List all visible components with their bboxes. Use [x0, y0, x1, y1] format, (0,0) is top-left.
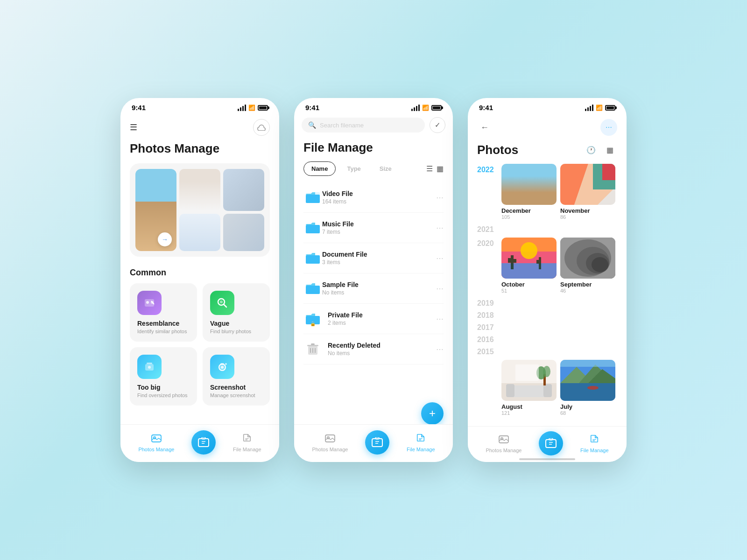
nav-photos-label-3: Photos Manage [486, 448, 521, 453]
clock-view-button[interactable]: 🕐 [584, 142, 599, 157]
svg-rect-56 [508, 385, 550, 397]
status-bar-2: 9:41 📶 [294, 98, 453, 115]
common-item-screenshot[interactable]: Screenshot Manage screenshot [203, 347, 270, 406]
list-view-button[interactable]: ☰ [426, 164, 433, 173]
svg-rect-39 [602, 164, 615, 180]
status-time-1: 9:41 [132, 104, 146, 112]
music-file-name: Music File [322, 220, 436, 228]
august-label: August [501, 403, 557, 410]
document-more-button[interactable]: ⋯ [436, 254, 444, 263]
months-2020: October 51 September 46 [501, 238, 615, 294]
svg-rect-44 [508, 258, 511, 263]
check-button[interactable]: ✓ [430, 117, 445, 133]
page-title-1: Photos Manage [120, 141, 279, 163]
year-2018-section: 2018 [477, 311, 617, 320]
file-item-document[interactable]: Document File 3 items ⋯ [303, 243, 444, 273]
nav-photos-manage-1[interactable]: Photos Manage [138, 433, 174, 452]
september-bw-svg [560, 238, 615, 279]
file-item-deleted[interactable]: Recently Deleted No items ⋯ [303, 334, 444, 364]
main-photo-thumb[interactable]: → [135, 169, 176, 251]
year-2020-section: 2020 [477, 238, 617, 294]
search-bar: 🔍 Search filename ✓ [302, 117, 445, 133]
menu-icon[interactable]: ☰ [130, 122, 137, 133]
add-button[interactable]: + [421, 402, 444, 425]
nav-file-manage-1[interactable]: File Manage [233, 433, 261, 452]
nav-center-button-3[interactable] [539, 431, 563, 455]
august-count: 121 [501, 410, 557, 416]
svg-rect-69 [560, 360, 615, 367]
december-thumb [501, 164, 557, 205]
music-more-button[interactable]: ⋯ [436, 224, 444, 232]
battery-icon-2 [431, 105, 442, 111]
resemblance-svg [143, 296, 156, 309]
file-item-video[interactable]: Video File 164 items ⋯ [303, 182, 444, 213]
common-item-vague[interactable]: Vague Find blurry photos [203, 283, 270, 342]
nav-photos-manage-2[interactable]: Photos Manage [312, 433, 348, 452]
file-list: Video File 164 items ⋯ Music File 7 item… [294, 182, 453, 364]
file-item-private[interactable]: 🔒 Private File 2 items ⋯ [303, 304, 444, 334]
center-nav-icon-2 [372, 437, 383, 448]
sample-more-button[interactable]: ⋯ [436, 284, 444, 293]
grid-view-button-3[interactable]: ▦ [602, 142, 617, 157]
october-sunset-svg [501, 238, 557, 279]
private-more-button[interactable]: ⋯ [436, 315, 444, 323]
deleted-more-button[interactable]: ⋯ [436, 345, 444, 354]
file-manage-title: File Manage [294, 140, 453, 161]
video-more-button[interactable]: ⋯ [436, 193, 444, 202]
november-count: 86 [560, 214, 615, 220]
nav-photos-3[interactable]: Photos Manage [486, 434, 521, 453]
tab-type[interactable]: Type [339, 162, 368, 175]
more-options-button[interactable]: ⋯ [600, 119, 617, 136]
arrow-button[interactable]: → [158, 232, 172, 246]
svg-rect-27 [325, 435, 335, 442]
section-title-common: Common [120, 266, 279, 283]
common-grid: Resemblance Identify similar photos Vagu… [120, 283, 279, 406]
nav-center-button-2[interactable] [365, 430, 389, 455]
vague-svg [216, 296, 229, 309]
nav-center-button-1[interactable] [191, 430, 216, 455]
common-item-resemblance[interactable]: Resemblance Identify similar photos [130, 283, 197, 342]
phone-file-manage: 9:41 📶 🔍 Search filename ✓ File Manage N… [294, 98, 453, 462]
svg-rect-29 [372, 439, 382, 447]
resemblance-icon [137, 291, 162, 315]
year-label-2015: 2015 [477, 348, 498, 356]
file-manage-icon-1 [242, 433, 252, 445]
svg-point-53 [592, 257, 608, 272]
month-october[interactable]: October 51 [501, 238, 557, 294]
month-july[interactable]: July 68 [560, 360, 615, 416]
video-file-name: Video File [322, 190, 436, 197]
october-count: 51 [501, 288, 557, 294]
svg-point-68 [587, 386, 599, 390]
photos-timeline-scroll[interactable]: 2022 December 105 [468, 164, 627, 416]
svg-point-48 [521, 242, 537, 259]
svg-line-4 [224, 304, 226, 307]
toobig-name: Too big [137, 384, 190, 391]
year-label-2020: 2020 [477, 238, 498, 294]
tab-name[interactable]: Name [303, 161, 336, 176]
search-input-wrap[interactable]: 🔍 Search filename [302, 118, 425, 133]
svg-rect-7 [147, 363, 152, 364]
nav-file-manage-2[interactable]: File Manage [407, 433, 435, 452]
cloud-button[interactable] [253, 119, 270, 136]
photo-thumb-2 [179, 169, 220, 211]
months-2015-row: August 121 [477, 360, 617, 416]
file-item-music[interactable]: Music File 7 items ⋯ [303, 213, 444, 243]
status-icons-3: 📶 [585, 105, 615, 111]
file-item-sample[interactable]: Sample File No items ⋯ [303, 273, 444, 304]
year-label-2016: 2016 [477, 336, 498, 344]
common-item-toobig[interactable]: Too big Find oversized photos [130, 347, 197, 406]
back-button[interactable]: ← [477, 120, 492, 135]
august-thumb [501, 360, 557, 401]
nav-photos-label-1: Photos Manage [138, 447, 174, 452]
grid-view-button[interactable]: ▦ [437, 164, 444, 173]
month-december[interactable]: December 105 [501, 164, 557, 220]
file-icon-2 [416, 433, 426, 445]
private-file-count: 2 items [328, 320, 436, 326]
tab-size[interactable]: Size [372, 162, 399, 175]
nav-file-3[interactable]: File Manage [580, 434, 609, 453]
status-bar-3: 9:41 📶 [468, 98, 627, 115]
nav-file-label-3: File Manage [580, 448, 609, 453]
month-august[interactable]: August 121 [501, 360, 557, 416]
month-november[interactable]: November 86 [560, 164, 615, 220]
month-september[interactable]: September 46 [560, 238, 615, 294]
